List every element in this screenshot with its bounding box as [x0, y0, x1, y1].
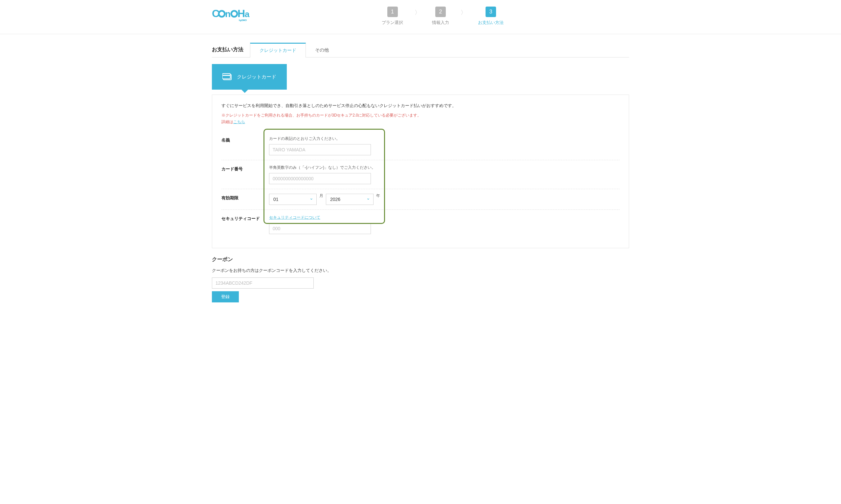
step-info: 2 情報入力 [432, 6, 449, 25]
progress-steps: 1 プラン選択 〉 2 情報入力 〉 3 お支払い方法 [256, 6, 629, 25]
step-plan: 1 プラン選択 [382, 6, 403, 25]
credit-card-type-label: クレジットカード [237, 74, 276, 80]
cardholder-name-input[interactable] [269, 144, 371, 155]
tab-credit-card[interactable]: クレジットカード [250, 43, 306, 57]
month-unit: 月 [319, 193, 323, 199]
warning-text: ※クレジットカードをご利用される場合、お手持ちのカードが3Dセキュア2.0に対応… [222, 112, 619, 125]
credit-card-form-panel: すぐにサービスを利用開始でき、自動引き落としのためサービス停止の心配もないクレジ… [212, 94, 629, 248]
hint-cardholder-name: カードの表記のとおりご入力ください。 [269, 136, 619, 142]
chevron-right-icon: 〉 [460, 8, 467, 16]
intro-text: すぐにサービスを利用開始でき、自動引き落としのためサービス停止の心配もないクレジ… [222, 103, 619, 109]
expiry-year-select[interactable]: 2026 [326, 194, 373, 205]
credit-card-icon [223, 73, 232, 80]
svg-text:n: n [225, 9, 230, 19]
svg-text:byGMO: byGMO [239, 19, 247, 22]
coupon-register-button[interactable]: 登録 [212, 291, 239, 302]
label-card-number: カード番号 [222, 165, 269, 172]
header: C n H a byGMO 1 プラン選択 〉 2 情報入力 〉 3 お支払 [0, 0, 841, 34]
warning-link[interactable]: こちら [233, 120, 245, 124]
cvc-info-link[interactable]: セキュリティコードについて [269, 215, 320, 220]
row-cvc: セキュリティコード セキュリティコードについて [222, 210, 619, 239]
row-card-number: カード番号 半角英数字のみ（「-(ハイフン)」なし）でご入力ください。 [222, 160, 619, 189]
step-label: プラン選択 [382, 20, 403, 25]
coupon-section: クーポン クーポンをお持ちの方はクーポンコードを入力してください。 登録 [212, 256, 629, 302]
svg-point-1 [219, 11, 225, 17]
row-cardholder-name: 名義 カードの表記のとおりご入力ください。 [222, 131, 619, 160]
step-number: 2 [435, 6, 446, 17]
svg-rect-8 [223, 74, 230, 79]
chevron-right-icon: 〉 [415, 8, 421, 16]
step-payment: 3 お支払い方法 [478, 6, 504, 25]
card-number-input[interactable] [269, 173, 371, 184]
logo[interactable]: C n H a byGMO [212, 7, 256, 25]
step-label: 情報入力 [432, 20, 449, 25]
svg-text:H: H [238, 7, 245, 19]
label-cardholder-name: 名義 [222, 136, 269, 143]
section-title: お支払い方法 [212, 42, 250, 57]
label-cvc: セキュリティコード [222, 214, 269, 222]
coupon-code-input[interactable] [212, 277, 314, 289]
hint-card-number: 半角英数字のみ（「-(ハイフン)」なし）でご入力ください。 [269, 165, 619, 170]
step-number: 3 [486, 6, 496, 17]
expiry-month-select[interactable]: 01 [269, 194, 317, 205]
credit-card-type-button[interactable]: クレジットカード [212, 64, 287, 90]
cvc-input[interactable] [269, 223, 371, 234]
row-expiry: 有効期限 01 月 2026 [222, 189, 619, 210]
tab-other[interactable]: その他 [306, 42, 338, 57]
payment-tabs: お支払い方法 クレジットカード その他 [212, 42, 629, 57]
coupon-desc: クーポンをお持ちの方はクーポンコードを入力してください。 [212, 268, 629, 273]
svg-point-3 [231, 11, 237, 17]
step-label: お支払い方法 [478, 20, 504, 25]
coupon-title: クーポン [212, 256, 629, 263]
step-number: 1 [387, 6, 398, 17]
svg-text:a: a [245, 9, 250, 19]
svg-rect-9 [223, 75, 230, 76]
year-unit: 年 [376, 193, 380, 199]
label-expiry: 有効期限 [222, 194, 269, 201]
